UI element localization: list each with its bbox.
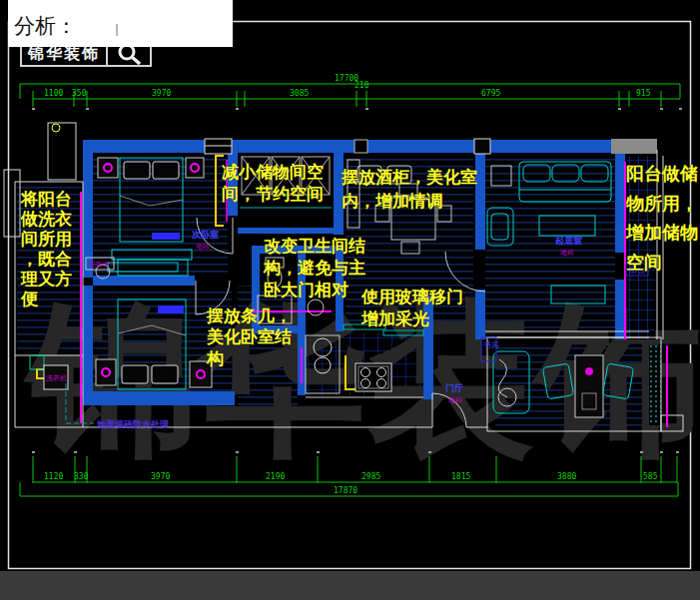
svg-text:地砖: 地砖 xyxy=(195,243,210,251)
annotation-wine-cabinet: 摆放酒柜，美化室内，增加情调 xyxy=(342,166,481,214)
svg-text:主卧室: 主卧室 xyxy=(89,260,110,268)
annotation-bathroom: 改变卫生间结构，避免与主卧大门相对 xyxy=(264,236,369,301)
annotation-storage: 减小储物间空间，节约空间 xyxy=(222,162,328,206)
bottom-gray-strip xyxy=(0,571,700,600)
cad-screenshot: 锦华装饰 xyxy=(0,0,700,600)
svg-text:3970: 3970 xyxy=(152,89,171,98)
stove xyxy=(355,363,391,391)
annotation-balcony-storage: 阳台做储物所用，增加储物空间 xyxy=(626,160,700,279)
waterproof-note: 地面墙砖防水处理 xyxy=(97,418,169,431)
svg-text:1815: 1815 xyxy=(451,472,470,481)
svg-text:3880: 3880 xyxy=(557,472,576,481)
svg-text:2190: 2190 xyxy=(266,472,285,481)
svg-text:350: 350 xyxy=(72,89,87,98)
svg-text:6795: 6795 xyxy=(481,89,500,98)
balcony-window xyxy=(611,139,657,154)
svg-text:1100: 1100 xyxy=(44,89,63,98)
svg-text:书房: 书房 xyxy=(483,340,499,349)
svg-text:2985: 2985 xyxy=(361,472,380,481)
textured-wall xyxy=(649,345,661,425)
svg-text:915: 915 xyxy=(636,89,651,98)
annotation-side-table: 摆放条几，美化卧室结构 xyxy=(207,305,296,369)
svg-text:1120: 1120 xyxy=(44,472,63,481)
svg-text:次卧室: 次卧室 xyxy=(192,230,219,240)
svg-text:17870: 17870 xyxy=(334,486,357,495)
svg-text:3085: 3085 xyxy=(290,89,309,98)
annotation-laundry: 将阳台做洗衣间所用，既合理又方便 xyxy=(21,190,77,309)
svg-text:210: 210 xyxy=(354,81,369,90)
analysis-label-box: 分析： xyxy=(8,0,233,47)
svg-text:地砖: 地砖 xyxy=(447,396,462,404)
svg-text:地砖: 地砖 xyxy=(559,249,574,257)
dimensions-top: 17700 1100 350 3970 3085 210 6795 915 xyxy=(20,74,682,110)
chimney-mark xyxy=(52,124,60,132)
analysis-label: 分析： xyxy=(14,14,77,38)
svg-text:门厅: 门厅 xyxy=(445,383,463,393)
annotation-glass-door: 使用玻璃移门增加采光 xyxy=(361,287,467,330)
svg-text:330: 330 xyxy=(74,472,89,481)
text-cursor xyxy=(116,24,118,36)
svg-text:3970: 3970 xyxy=(151,472,170,481)
svg-text:起居室: 起居室 xyxy=(554,236,582,246)
svg-text:洗衣机: 洗衣机 xyxy=(45,374,67,382)
svg-text:585: 585 xyxy=(643,472,658,481)
